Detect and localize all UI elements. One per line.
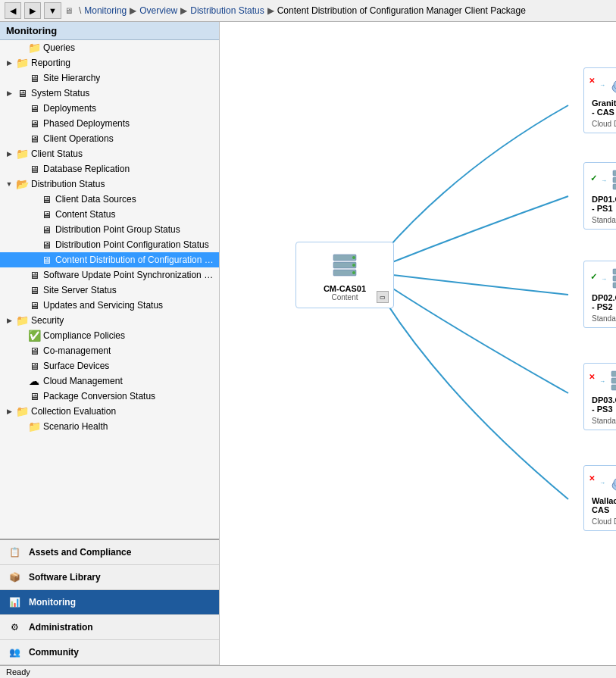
folder-icon: 📁 bbox=[15, 405, 29, 417]
forward-button[interactable]: ▶ bbox=[24, 2, 41, 19]
sidebar-item-label: Surface Devices bbox=[43, 361, 109, 371]
sidebar-item-label: Compliance Policies bbox=[43, 330, 125, 341]
sidebar-item-security[interactable]: ▶ 📁 Security bbox=[0, 313, 219, 328]
sidebar-item-site-hierarchy[interactable]: 🖥 Site Hierarchy bbox=[0, 70, 219, 86]
expand-icon: ▼ bbox=[3, 180, 15, 188]
sidebar-item-distribution-status[interactable]: ▼ 📂 Distribution Status bbox=[0, 177, 219, 192]
sidebar-item-cloud-management[interactable]: ☁ Cloud Management bbox=[0, 373, 219, 389]
sidebar-item-collection-evaluation[interactable]: ▶ 📁 Collection Evaluation bbox=[0, 404, 219, 419]
sidebar-item-label: Co-management bbox=[43, 345, 111, 356]
checkbox-icon: ✅ bbox=[27, 330, 41, 342]
folder-icon: 📁 bbox=[27, 420, 41, 433]
sidebar-item-label: Distribution Point Group Status bbox=[55, 224, 180, 235]
sidebar-item-client-data-sources[interactable]: 🖥 Client Data Sources bbox=[0, 192, 219, 207]
sidebar-item-label: Client Operations bbox=[43, 133, 114, 144]
cloud-icon-2 bbox=[610, 470, 616, 493]
cloud-icon-1 bbox=[610, 73, 616, 95]
sidebar-item-label: Site Hierarchy bbox=[43, 73, 100, 83]
cloud2-type: Cloud Distribution Point bbox=[592, 517, 616, 526]
sidebar-item-surface-devices[interactable]: 🖥 Surface Devices bbox=[0, 358, 219, 373]
sidebar-item-label: Database Replication bbox=[43, 164, 130, 174]
nav-item-community[interactable]: 👥 Community bbox=[0, 640, 219, 665]
nav-label: Community bbox=[29, 647, 79, 658]
folder-icon: 📁 bbox=[15, 314, 29, 327]
nav-item-software-library[interactable]: 📦 Software Library bbox=[0, 565, 219, 590]
folder-open-icon: 📂 bbox=[15, 178, 29, 190]
content-area: CM-CAS01 Content ▭ ✕ → bbox=[220, 22, 616, 665]
sidebar-item-deployments[interactable]: 🖥 Deployments bbox=[0, 101, 219, 116]
diagram: CM-CAS01 Content ▭ ✕ → bbox=[220, 22, 616, 665]
sidebar-item-co-management[interactable]: 🖥 Co-management bbox=[0, 343, 219, 358]
cas-node-button[interactable]: ▭ bbox=[377, 291, 389, 303]
sidebar-item-label: Cloud Management bbox=[43, 376, 123, 386]
nav-item-administration[interactable]: ⚙ Administration bbox=[0, 615, 219, 640]
cloud1-type: Cloud Distribution Point bbox=[592, 120, 616, 128]
dp-node-dp1[interactable]: ✓ → DP01.CORP.CONTOSO.COM - PS1 Standard… bbox=[583, 162, 616, 230]
monitor-icon: 🖥 bbox=[27, 117, 41, 130]
nav-item-assets[interactable]: 📋 Assets and Compliance bbox=[0, 540, 219, 565]
svg-point-4 bbox=[352, 264, 355, 267]
svg-rect-17 bbox=[613, 276, 616, 281]
sidebar-item-system-status[interactable]: ▶ 🖥 System Status bbox=[0, 86, 219, 101]
sidebar-item-queries[interactable]: 📁 Queries bbox=[0, 40, 219, 55]
monitor-icon: 🖥 bbox=[27, 284, 41, 296]
dp1-name: DP01.CORP.CONTOSO.COM - PS1 bbox=[592, 195, 616, 213]
sidebar-item-site-server-status[interactable]: 🖥 Site Server Status bbox=[0, 283, 219, 298]
sidebar-item-label: Collection Evaluation bbox=[31, 406, 116, 417]
dp2-type: Standard Distribution Point bbox=[592, 314, 616, 323]
cas-node-name: CM-CAS01 bbox=[302, 284, 387, 293]
dropdown-button[interactable]: ▼ bbox=[44, 2, 61, 19]
sidebar-item-phased-deployments[interactable]: 🖥 Phased Deployments bbox=[0, 116, 219, 131]
svg-rect-22 bbox=[611, 371, 616, 376]
cas-node[interactable]: CM-CAS01 Content ▭ bbox=[295, 242, 394, 308]
sidebar-item-client-operations[interactable]: 🖥 Client Operations bbox=[0, 131, 219, 146]
sidebar-item-content-distribution[interactable]: 🖥 Content Distribution of Configuration … bbox=[0, 252, 219, 267]
breadcrumb-overview[interactable]: Overview bbox=[139, 5, 177, 16]
status-bar: Ready bbox=[0, 665, 616, 678]
monitor-icon: 🖥 bbox=[27, 102, 41, 114]
sidebar-item-label: Scenario Health bbox=[43, 421, 108, 432]
sidebar-item-software-update-point[interactable]: 🖥 Software Update Point Synchronization … bbox=[0, 267, 219, 283]
monitor-icon: 🖥 bbox=[27, 72, 41, 84]
sidebar-item-package-conversion[interactable]: 🖥 Package Conversion Status bbox=[0, 389, 219, 404]
sidebar-item-compliance-policies[interactable]: ✅ Compliance Policies bbox=[0, 328, 219, 343]
sidebar-item-content-status[interactable]: 🖥 Content Status bbox=[0, 207, 219, 222]
back-button[interactable]: ◀ bbox=[5, 2, 21, 19]
sidebar-item-database-replication[interactable]: 🖥 Database Replication bbox=[0, 161, 219, 177]
svg-rect-10 bbox=[613, 170, 616, 176]
software-library-icon: 📦 bbox=[6, 569, 23, 586]
sidebar-item-label: Software Update Point Synchronization St… bbox=[43, 270, 216, 280]
cloud-icon: ☁ bbox=[27, 375, 41, 387]
toolbar: ◀ ▶ ▼ 🖥 \ Monitoring ▶ Overview ▶ Distri… bbox=[0, 0, 616, 22]
dp-node-dp3[interactable]: ✕ → DP03.CORP.CONTOSO.COM - PS3 Standard… bbox=[583, 363, 616, 430]
success-icon-dp1: ✓ bbox=[590, 173, 597, 183]
sidebar-item-reporting[interactable]: ▶ 📁 Reporting bbox=[0, 55, 219, 70]
nav-label: Assets and Compliance bbox=[29, 547, 131, 558]
nav-label: Administration bbox=[29, 622, 93, 633]
dp-node-cloud2[interactable]: ✕ → WallaceFalls.contoso.com - CAS Cloud… bbox=[583, 465, 616, 531]
sidebar-item-label: Package Conversion Status bbox=[43, 391, 155, 401]
sidebar-header: Monitoring bbox=[0, 22, 219, 40]
dp-node-cloud1[interactable]: ✕ → GraniteFalls.WestUS.CloudApp.Azure.C… bbox=[583, 67, 616, 133]
dp-node-dp2[interactable]: ✓ → DP02.CORP.CONTOSO.COM - PS2 Standard… bbox=[583, 261, 616, 328]
monitor-icon: 🖥 bbox=[27, 299, 41, 311]
sidebar-item-updates-servicing[interactable]: 🖥 Updates and Servicing Status bbox=[0, 298, 219, 313]
sidebar-content[interactable]: 📁 Queries ▶ 📁 Reporting 🖥 Site Hierarchy… bbox=[0, 40, 219, 539]
server-icon-dp3 bbox=[608, 368, 616, 392]
sidebar-item-scenario-health[interactable]: 📁 Scenario Health bbox=[0, 419, 219, 434]
sidebar-item-label: Distribution Point Configuration Status bbox=[55, 239, 209, 250]
monitor-icon: 🖥 bbox=[39, 254, 53, 266]
breadcrumb-distribution-status[interactable]: Distribution Status bbox=[190, 5, 264, 16]
sidebar-item-client-status[interactable]: ▶ 📁 Client Status bbox=[0, 146, 219, 161]
nav-item-monitoring[interactable]: 📊 Monitoring bbox=[0, 590, 219, 615]
dp3-name: DP03.CORP.CONTOSO.COM - PS3 bbox=[592, 395, 616, 414]
assets-icon: 📋 bbox=[6, 544, 23, 561]
breadcrumb-monitoring[interactable]: Monitoring bbox=[84, 5, 127, 16]
nav-bottom: 📋 Assets and Compliance 📦 Software Libra… bbox=[0, 539, 219, 665]
diagram-svg bbox=[220, 22, 616, 665]
sidebar-item-dp-config-status[interactable]: 🖥 Distribution Point Configuration Statu… bbox=[0, 237, 219, 252]
sidebar-item-label: Reporting bbox=[31, 58, 70, 68]
sidebar-item-dp-group-status[interactable]: 🖥 Distribution Point Group Status bbox=[0, 222, 219, 237]
monitor-icon: 🖥 bbox=[39, 223, 53, 236]
monitoring-icon: 📊 bbox=[6, 594, 23, 611]
